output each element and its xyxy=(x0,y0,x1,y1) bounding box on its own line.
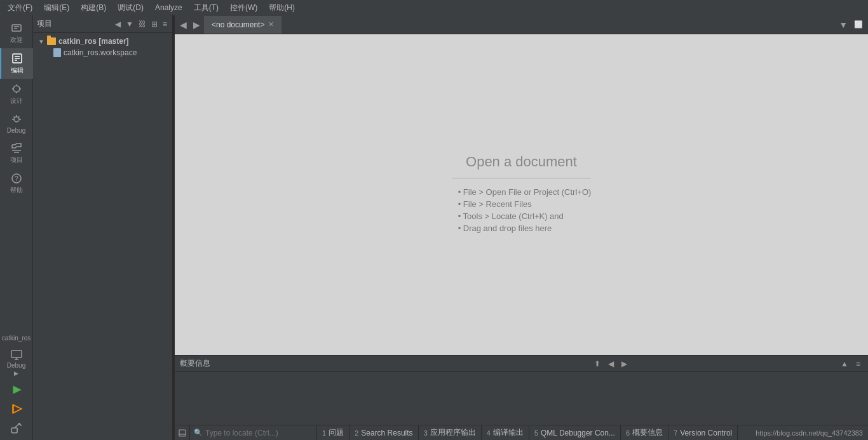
sidebar-label-project: 项目 xyxy=(10,156,23,164)
menu-file[interactable]: 文件(F) xyxy=(3,1,37,15)
status-tab-1-number: 1 xyxy=(322,429,326,437)
instruction-2: File > Recent Files xyxy=(452,199,592,209)
project-panel: 项目 ◀ ▼ ⛓ ⊞ ≡ ▼ catkin_ros [master] catki… xyxy=(33,15,173,440)
sidebar-item-design[interactable]: 设计 xyxy=(0,79,33,109)
sidebar-item-project[interactable]: 项目 xyxy=(0,138,33,168)
status-toggle-btn[interactable] xyxy=(175,425,190,441)
menubar: 文件(F) 编辑(E) 构建(B) 调试(D) Analyze 工具(T) 控件… xyxy=(0,0,868,15)
menu-edit[interactable]: 编辑(E) xyxy=(39,1,74,15)
sidebar-label-debug: Debug xyxy=(7,127,25,134)
welcome-content: Open a document File > Open File or Proj… xyxy=(452,154,592,236)
tab-maximize-btn[interactable]: ⬜ xyxy=(851,20,865,29)
status-tab-6-number: 6 xyxy=(626,429,630,437)
instruction-drag: Drag and drop files here xyxy=(452,223,592,233)
status-tab-4-label: 编译输出 xyxy=(493,427,524,438)
panel-collapse-btn[interactable]: ▲ xyxy=(838,359,851,368)
svg-marker-26 xyxy=(13,404,21,413)
status-tab-7-number: 7 xyxy=(674,429,677,437)
tree-item-workspace[interactable]: catkin_ros.workspace xyxy=(33,47,172,58)
status-tab-7[interactable]: 7 Version Control xyxy=(668,425,738,441)
status-tab-5[interactable]: 5 QML Debugger Con... xyxy=(529,425,621,441)
bottom-panel-content xyxy=(175,372,868,425)
status-tab-2[interactable]: 2 Search Results xyxy=(349,425,419,441)
status-tab-1-label: 问题 xyxy=(329,427,344,438)
sidebar-item-help[interactable]: ? 帮助 xyxy=(0,168,33,199)
help-icon: ? xyxy=(10,172,23,185)
status-tab-4[interactable]: 4 编译输出 xyxy=(482,425,529,441)
menu-debug[interactable]: 调试(D) xyxy=(112,1,149,15)
folder-icon xyxy=(47,37,56,45)
status-tab-2-label: Search Results xyxy=(361,429,412,437)
sidebar-item-debug[interactable]: Debug xyxy=(0,109,33,138)
sidebar-label-help: 帮助 xyxy=(10,186,23,195)
status-tab-5-label: QML Debugger Con... xyxy=(541,429,615,437)
status-tab-1[interactable]: 1 问题 xyxy=(317,425,349,441)
status-tab-3[interactable]: 3 应用程序输出 xyxy=(419,425,482,441)
search-icon: 🔍 xyxy=(194,429,203,437)
svg-marker-25 xyxy=(13,385,21,394)
menu-controls[interactable]: 控件(W) xyxy=(225,1,262,15)
hammer-icon xyxy=(10,421,24,435)
menu-help[interactable]: 帮助(H) xyxy=(264,1,300,15)
run-button[interactable] xyxy=(0,380,32,399)
status-tab-6[interactable]: 6 概要信息 xyxy=(621,425,668,441)
editor-content: Open a document File > Open File or Proj… xyxy=(175,34,868,355)
panel-upload-btn[interactable]: ⬆ xyxy=(592,359,603,368)
menu-analyze[interactable]: Analyze xyxy=(150,2,187,13)
main-layout: 欢迎 编辑 设计 xyxy=(0,15,868,440)
build-button[interactable] xyxy=(0,418,32,437)
run-stop-button[interactable] xyxy=(0,399,32,418)
tab-nav-next[interactable]: ▶ xyxy=(191,20,203,30)
tab-nav-prev[interactable]: ◀ xyxy=(177,20,189,30)
status-right-link: https://blog.csdn.net/qq_43742383 xyxy=(750,429,868,437)
panel-next-btn[interactable]: ▶ xyxy=(619,359,630,368)
welcome-divider xyxy=(452,178,592,178)
panel-close-btn[interactable]: ≡ xyxy=(853,359,863,368)
file-icon xyxy=(53,48,61,57)
status-left: 🔍 xyxy=(175,425,317,441)
status-tab-5-number: 5 xyxy=(534,429,538,437)
sidebar-label-design: 设计 xyxy=(10,97,23,105)
welcome-title: Open a document xyxy=(452,154,592,170)
tab-close-btn[interactable]: ✕ xyxy=(268,20,274,29)
svg-rect-28 xyxy=(11,428,17,433)
edit-icon xyxy=(11,52,24,65)
menu-tools[interactable]: 工具(T) xyxy=(189,1,224,15)
sidebar-debug-bottom-label: Debug xyxy=(7,362,25,369)
status-tab-2-number: 2 xyxy=(355,429,358,437)
sidebar-item-edit[interactable]: 编辑 xyxy=(0,48,33,79)
sidebar-arrow-right: ▶ xyxy=(14,370,18,377)
menu-build[interactable]: 构建(B) xyxy=(76,1,111,15)
locate-input-area[interactable]: 🔍 xyxy=(190,425,317,441)
instruction-3: Tools > Locate (Ctrl+K) and xyxy=(452,211,592,221)
project-filter-icon[interactable]: ▼ xyxy=(125,18,135,30)
run-icon xyxy=(10,383,24,397)
sidebar-item-debug-bottom[interactable]: Debug ▶ xyxy=(0,344,33,380)
bottom-panel-header: 概要信息 ⬆ ◀ ▶ ▲ ≡ xyxy=(175,356,868,372)
panel-prev-btn[interactable]: ◀ xyxy=(606,359,616,368)
tab-dropdown-btn[interactable]: ▼ xyxy=(836,20,850,30)
svg-line-17 xyxy=(13,117,15,118)
status-tab-3-number: 3 xyxy=(424,429,428,437)
project-link-icon[interactable]: ⛓ xyxy=(137,18,147,30)
bottom-panel: 概要信息 ⬆ ◀ ▶ ▲ ≡ xyxy=(175,355,868,425)
svg-rect-0 xyxy=(12,25,21,31)
locate-input[interactable] xyxy=(205,429,307,437)
left-sidebar: 欢迎 编辑 设计 xyxy=(0,15,33,440)
svg-text:?: ? xyxy=(15,175,18,182)
tab-label: <no document> xyxy=(212,20,264,29)
project-options-icon[interactable]: ≡ xyxy=(161,18,168,30)
tree-arrow: ▼ xyxy=(38,38,44,45)
editor-tab-no-document[interactable]: <no document> ✕ xyxy=(204,16,281,34)
tree-item-root[interactable]: ▼ catkin_ros [master] xyxy=(33,36,172,47)
sidebar-label-edit: 编辑 xyxy=(11,66,24,75)
project-pin-icon[interactable]: ◀ xyxy=(114,18,122,30)
sidebar-item-welcome[interactable]: 欢迎 xyxy=(0,18,33,48)
project-add-icon[interactable]: ⊞ xyxy=(150,18,159,30)
tree-root-label: catkin_ros [master] xyxy=(58,37,129,46)
svg-line-16 xyxy=(18,117,19,118)
sidebar-catkin-label: catkin_ros xyxy=(2,332,31,344)
stop-icon xyxy=(10,402,24,416)
svg-point-7 xyxy=(13,86,20,92)
svg-rect-22 xyxy=(11,350,22,357)
